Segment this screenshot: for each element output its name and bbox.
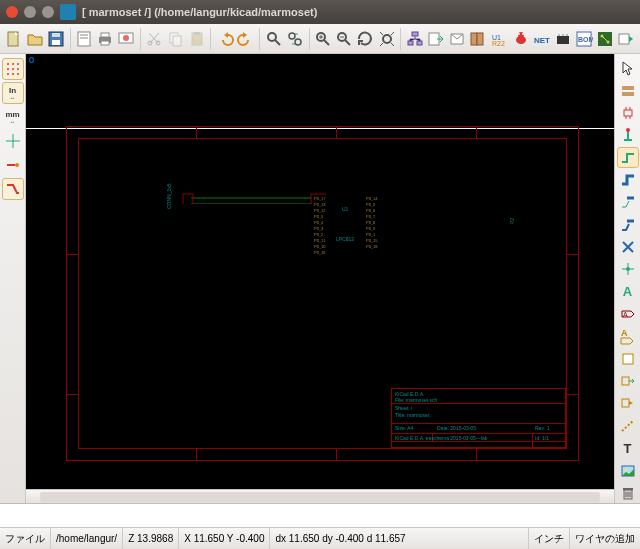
svg-point-116 <box>624 468 627 471</box>
find-replace-button[interactable] <box>285 27 304 51</box>
schematic-canvas[interactable]: 0 <box>26 54 614 489</box>
place-sheet-pin-button[interactable] <box>617 393 639 413</box>
status-hint: ワイヤの追加 <box>570 528 640 549</box>
place-junction-button[interactable] <box>617 259 639 279</box>
ic-value: LPC812 <box>336 236 354 242</box>
leave-sheet-button[interactable] <box>426 27 445 51</box>
window-maximize-icon[interactable] <box>42 6 54 18</box>
select-tool-button[interactable] <box>617 58 639 78</box>
window-minimize-icon[interactable] <box>24 6 36 18</box>
svg-rect-88 <box>183 194 193 204</box>
svg-point-57 <box>7 68 9 70</box>
units-inches-button[interactable]: In↔ <box>2 82 24 104</box>
svg-rect-30 <box>412 32 418 36</box>
svg-point-21 <box>295 39 301 45</box>
copy-button[interactable] <box>166 27 185 51</box>
place-component-button[interactable] <box>617 103 639 123</box>
svg-point-54 <box>7 63 9 65</box>
netlist-button[interactable]: NET <box>532 27 551 51</box>
ic-reference: U1 <box>342 206 348 212</box>
status-zoom: Z 13.9868 <box>123 528 179 549</box>
status-unit: インチ <box>529 528 570 549</box>
plot-button[interactable] <box>117 27 136 51</box>
svg-point-60 <box>7 73 9 75</box>
svg-text:NET: NET <box>534 36 550 45</box>
svg-text:BOM: BOM <box>578 36 593 43</box>
svg-rect-8 <box>101 33 109 37</box>
svg-point-29 <box>383 35 391 43</box>
page-settings-button[interactable] <box>74 27 93 51</box>
cut-button[interactable] <box>145 27 164 51</box>
svg-point-59 <box>17 68 19 70</box>
svg-point-11 <box>123 35 129 41</box>
place-power-button[interactable] <box>617 125 639 145</box>
horizontal-scrollbar[interactable] <box>26 489 614 503</box>
place-line-button[interactable] <box>617 416 639 436</box>
cursor-shape-button[interactable] <box>2 130 24 152</box>
app-icon <box>60 4 76 20</box>
place-sheet-button[interactable] <box>617 349 639 369</box>
annotate-button[interactable]: U1R22 <box>490 27 509 51</box>
paste-button[interactable] <box>187 27 206 51</box>
svg-line-27 <box>345 40 350 45</box>
zoom-in-button[interactable] <box>313 27 332 51</box>
svg-point-55 <box>12 63 14 65</box>
svg-rect-113 <box>622 377 629 385</box>
hierarchy-nav-button[interactable] <box>405 27 424 51</box>
status-bar: ファイル /home/langur/ Z 13.9868 X 11.650 Y … <box>0 527 640 549</box>
place-global-label-button[interactable]: A <box>617 304 639 324</box>
backannotate-button[interactable] <box>617 27 636 51</box>
zoom-out-button[interactable] <box>335 27 354 51</box>
svg-rect-98 <box>622 92 634 96</box>
svg-rect-31 <box>408 41 413 45</box>
place-wire-button[interactable] <box>617 147 639 168</box>
import-sheet-pin-button[interactable] <box>617 371 639 391</box>
title-block: KiCad E.D.A. File: marmoset.sch Sheet: /… <box>391 388 566 448</box>
svg-rect-32 <box>417 41 422 45</box>
print-button[interactable] <box>96 27 115 51</box>
place-image-button[interactable] <box>617 460 639 480</box>
bom-button[interactable]: BOM <box>574 27 593 51</box>
window-titlebar: [ marmoset /] (/home/langur/kicad/marmos… <box>0 0 640 24</box>
new-schematic-button[interactable] <box>4 27 23 51</box>
open-button[interactable] <box>25 27 44 51</box>
highlight-net-button[interactable] <box>617 80 639 100</box>
window-close-icon[interactable] <box>6 6 18 18</box>
svg-line-23 <box>324 40 329 45</box>
place-net-label-button[interactable]: A <box>617 282 639 302</box>
svg-point-66 <box>15 163 19 167</box>
svg-rect-15 <box>173 36 181 46</box>
library-editor-button[interactable] <box>447 27 466 51</box>
cvpcb-button[interactable] <box>553 27 572 51</box>
svg-point-109 <box>626 267 630 271</box>
redo-button[interactable] <box>236 27 255 51</box>
place-wire-to-bus-button[interactable] <box>617 192 639 212</box>
zoom-redraw-button[interactable] <box>356 27 375 51</box>
undo-button[interactable] <box>215 27 234 51</box>
grid-toggle-button[interactable] <box>2 58 24 80</box>
place-text-button[interactable]: T <box>617 438 639 458</box>
window-title: [ marmoset /] (/home/langur/kicad/marmos… <box>82 6 317 18</box>
schematic-drawing <box>26 54 326 204</box>
zoom-fit-button[interactable] <box>377 27 396 51</box>
bus-direction-button[interactable] <box>2 178 24 200</box>
place-noconnect-button[interactable] <box>617 237 639 257</box>
units-mm-button[interactable]: mm↔ <box>2 106 24 128</box>
library-browser-button[interactable] <box>469 27 488 51</box>
svg-rect-112 <box>623 354 633 364</box>
status-file-path: /home/langur/ <box>51 528 123 549</box>
status-file-label: ファイル <box>0 528 51 549</box>
svg-point-56 <box>17 63 19 65</box>
place-bus-to-bus-button[interactable] <box>617 215 639 235</box>
save-button[interactable] <box>46 27 65 51</box>
svg-rect-43 <box>557 36 569 44</box>
delete-button[interactable] <box>617 483 639 503</box>
svg-point-58 <box>12 68 14 70</box>
left-toolbar: In↔ mm↔ <box>0 54 26 503</box>
place-hier-label-button[interactable]: A <box>617 326 639 346</box>
pcbnew-button[interactable] <box>596 27 615 51</box>
find-button[interactable] <box>264 27 283 51</box>
hidden-pins-button[interactable] <box>2 154 24 176</box>
place-bus-button[interactable] <box>617 170 639 190</box>
erc-button[interactable] <box>511 27 530 51</box>
